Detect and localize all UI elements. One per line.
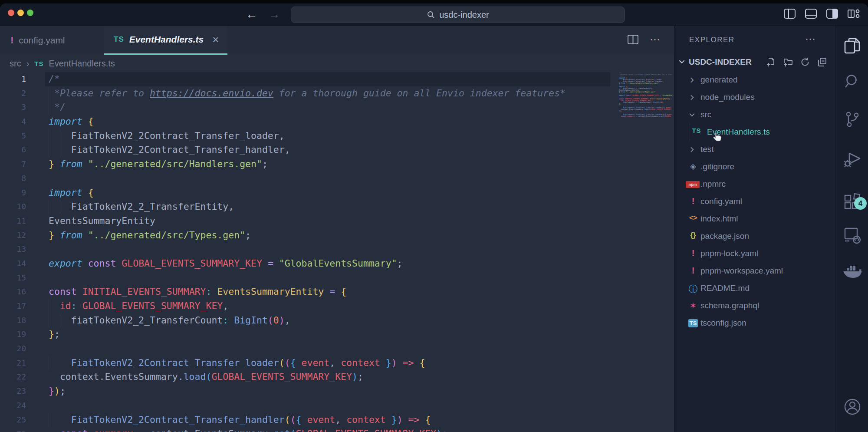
code-line[interactable]: 3 */ — [0, 100, 674, 115]
file-item--gitignore[interactable]: ◈.gitignore — [674, 158, 835, 176]
tab-label: config.yaml — [19, 35, 65, 46]
code-line[interactable]: 18 fiatTokenV2_2_TransferCount: BigInt(0… — [0, 313, 674, 328]
explorer-more-actions-icon[interactable]: ⋯ — [805, 33, 816, 45]
line-number: 2 — [0, 86, 26, 101]
folder-item-src[interactable]: src — [674, 106, 835, 124]
minimize-window-button[interactable] — [17, 10, 24, 16]
file-item-tsconfig-json[interactable]: TStsconfig.json — [674, 315, 835, 332]
command-center-search[interactable]: usdc-indexer — [291, 7, 625, 23]
minimap[interactable]: /* *Please refer to https://docs.envio.d… — [619, 72, 672, 176]
code-line[interactable]: 20 — [0, 342, 674, 356]
source-control-icon[interactable] — [836, 111, 868, 128]
collapse-folders-icon[interactable] — [817, 57, 827, 67]
explorer-files-icon[interactable] — [836, 37, 868, 55]
code-line[interactable]: 5 FiatTokenV2_2Contract_Transfer_loader, — [0, 129, 674, 143]
warning-exclamation-icon: ! — [10, 35, 13, 46]
code-line[interactable]: 13 — [0, 242, 674, 257]
line-number: 11 — [0, 214, 26, 228]
line-number: 17 — [0, 299, 26, 313]
toggle-secondary-sidebar-icon[interactable] — [826, 9, 838, 19]
run-and-debug-icon[interactable] — [836, 151, 868, 168]
code-line[interactable]: 8 — [0, 171, 674, 186]
folder-item-node-modules[interactable]: node_modules — [674, 89, 835, 106]
explorer-title: EXPLORER — [689, 36, 735, 44]
code-line[interactable]: 4import { — [0, 115, 674, 129]
code-line[interactable]: 22 context.EventsSummary.load(GLOBAL_EVE… — [0, 370, 674, 384]
mouse-hand-cursor-icon — [713, 131, 723, 142]
file-item-schema-graphql[interactable]: ✶schema.graphql — [674, 297, 835, 315]
file-item-config-yaml[interactable]: !config.yaml — [674, 193, 835, 211]
code-line[interactable]: 15 — [0, 271, 674, 285]
new-folder-icon[interactable] — [783, 57, 793, 67]
file-item-package-json[interactable]: {}package.json — [674, 228, 835, 245]
code-line[interactable]: 6 FiatTokenV2_2Contract_Transfer_handler… — [0, 143, 674, 157]
code-line[interactable]: 24 — [0, 399, 674, 413]
close-window-button[interactable] — [8, 10, 14, 16]
line-number: 21 — [0, 356, 26, 370]
refresh-explorer-icon[interactable] — [800, 57, 810, 67]
code-line[interactable]: 1/* — [0, 72, 674, 86]
code-line[interactable]: 14export const GLOBAL_EVENTS_SUMMARY_KEY… — [0, 257, 674, 271]
toggle-primary-sidebar-icon[interactable] — [784, 9, 796, 19]
search-icon[interactable] — [836, 73, 868, 90]
code-line[interactable]: 9import { — [0, 186, 674, 200]
code-line[interactable]: 16const INITIAL_EVENTS_SUMMARY: EventsSu… — [0, 285, 674, 299]
breadcrumb[interactable]: src › TS EventHandlers.ts — [0, 55, 674, 72]
file-label: schema.graphql — [700, 301, 759, 310]
line-number: 1 — [0, 72, 26, 86]
more-actions-icon[interactable]: ⋯ — [650, 33, 661, 46]
code-line[interactable]: 26 const summary = context.EventsSummary… — [0, 427, 674, 432]
code-editor[interactable]: 1/*2 *Please refer to https://docs.envio… — [0, 72, 674, 432]
line-number: 25 — [0, 413, 26, 427]
activity-bar: 4 — [835, 26, 868, 432]
split-editor-icon[interactable] — [628, 35, 638, 44]
typescript-icon: TS — [114, 35, 124, 44]
line-number: 16 — [0, 285, 26, 299]
file-item-eventhandlers-ts[interactable]: TSEventHandlers.ts — [674, 124, 835, 141]
tab-bar: ! config.yaml TS EventHandlers.ts × ⋯ — [0, 26, 674, 55]
maximize-window-button[interactable] — [27, 10, 33, 16]
close-tab-icon[interactable]: × — [212, 33, 219, 46]
folder-item-generated[interactable]: generated — [674, 72, 835, 89]
code-line[interactable]: 7} from "../generated/src/Handlers.gen"; — [0, 157, 674, 171]
extensions-badge: 4 — [854, 197, 867, 210]
tab-eventhandlers-ts[interactable]: TS EventHandlers.ts × — [104, 26, 227, 55]
accounts-icon[interactable] — [836, 398, 868, 416]
code-line[interactable]: 11EventsSummaryEntity — [0, 214, 674, 228]
line-number: 12 — [0, 228, 26, 243]
code-line[interactable]: 10 FiatTokenV2_2_TransferEntity, — [0, 200, 674, 214]
code-line[interactable]: 2 *Please refer to https://docs.envio.de… — [0, 86, 674, 101]
titlebar: ← → usdc-indexer — [0, 3, 868, 26]
code-line[interactable]: 21 FiatTokenV2_2Contract_Transfer_loader… — [0, 356, 674, 370]
breadcrumb-folder[interactable]: src — [10, 59, 21, 69]
customize-layout-icon[interactable] — [848, 9, 860, 19]
workspace-section-header[interactable]: USDC-INDEXER — [674, 54, 835, 71]
forward-arrow-icon[interactable]: → — [268, 7, 280, 22]
line-number: 3 — [0, 100, 26, 115]
remote-explorer-icon[interactable] — [836, 227, 868, 244]
file-item-pnpm-lock-yaml[interactable]: !pnpm-lock.yaml — [674, 245, 835, 263]
file-item-pnpm-workspace-yaml[interactable]: !pnpm-workspace.yaml — [674, 263, 835, 280]
file-item--npmrc[interactable]: npm.npmrc — [674, 176, 835, 193]
code-line[interactable]: 12} from "../generated/src/Types.gen"; — [0, 228, 674, 243]
file-label: pnpm-workspace.yaml — [700, 266, 783, 276]
chevron-down-icon — [688, 111, 696, 119]
docker-icon[interactable] — [836, 264, 868, 280]
toggle-panel-icon[interactable] — [805, 9, 817, 19]
back-arrow-icon[interactable]: ← — [246, 7, 257, 22]
new-file-icon[interactable] — [766, 57, 776, 67]
code-line[interactable]: 17 id: GLOBAL_EVENTS_SUMMARY_KEY, — [0, 299, 674, 313]
code-line[interactable]: 25 FiatTokenV2_2Contract_Transfer_handle… — [0, 413, 674, 427]
breadcrumb-file[interactable]: EventHandlers.ts — [49, 59, 115, 69]
tab-config-yaml[interactable]: ! config.yaml — [10, 26, 65, 55]
line-number: 23 — [0, 384, 26, 399]
code-line[interactable]: 19}; — [0, 327, 674, 342]
code-line[interactable]: 23}); — [0, 384, 674, 399]
folder-item-test[interactable]: test — [674, 141, 835, 158]
typescript-icon: TS — [691, 127, 702, 134]
file-label: config.yaml — [700, 197, 742, 206]
line-number: 7 — [0, 157, 26, 171]
file-tree: generatednode_modulessrcTSEventHandlers.… — [674, 72, 835, 332]
file-item-index-html[interactable]: <>index.html — [674, 211, 835, 228]
file-item-readme-md[interactable]: ⓘREADME.md — [674, 280, 835, 297]
